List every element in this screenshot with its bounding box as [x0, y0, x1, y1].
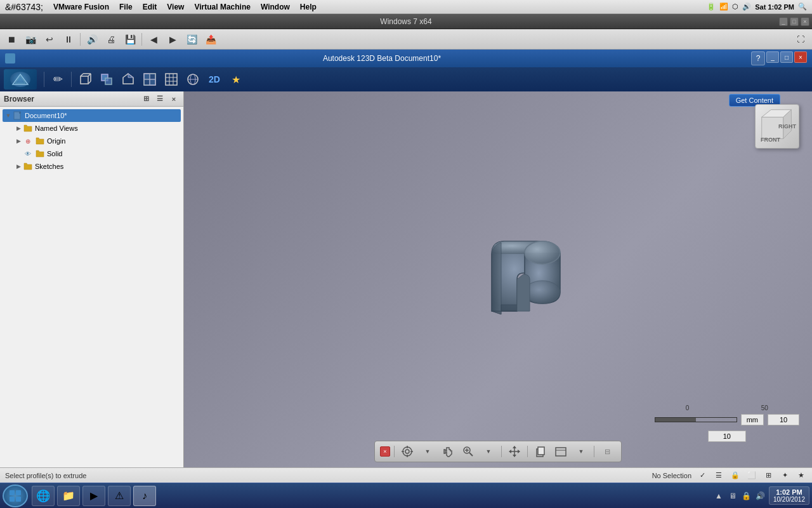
bt-sep-4 — [594, 446, 594, 457]
vm-back-btn[interactable]: ◀ — [145, 31, 162, 48]
tree-item-named-views[interactable]: ▶ Named Views — [13, 122, 181, 135]
3d-box-tool-btn[interactable] — [75, 69, 95, 90]
bt-sep-3 — [527, 446, 528, 457]
browser-close-btn[interactable]: × — [168, 93, 180, 105]
taskbar-ie-btn[interactable]: 🌐 — [32, 486, 55, 506]
vmware-window-controls: _ □ × — [779, 17, 809, 26]
bottom-toolbar-close-btn[interactable]: × — [380, 446, 390, 457]
origin-icon: ⊕ — [25, 138, 30, 145]
dropdown-window-btn[interactable]: ▼ — [572, 444, 590, 459]
svg-rect-50 — [538, 447, 544, 455]
apple-menu[interactable]: &#63743; — [5, 2, 43, 12]
cube-face[interactable]: FRONT RIGHT — [755, 104, 799, 149]
vmware-minimize-btn[interactable]: _ — [779, 17, 788, 26]
grid-tool-btn[interactable] — [161, 69, 181, 90]
taskbar-alert-btn[interactable]: ⚠ — [108, 486, 131, 506]
volume-icon: 🔊 — [742, 3, 751, 11]
select-tool-btn[interactable] — [398, 444, 416, 459]
viewport[interactable]: Get Content FRONT RIGHT — [184, 91, 812, 467]
toolbar-handle-btn[interactable]: ⊟ — [598, 444, 616, 459]
vmware-close-btn[interactable]: × — [801, 17, 809, 26]
status-lines-icon: ☰ — [713, 470, 724, 481]
view-menu[interactable]: View — [162, 3, 189, 11]
vm-volume-btn[interactable]: 🔊 — [83, 31, 101, 48]
vmware-maximize-btn[interactable]: □ — [790, 17, 799, 26]
pan-tool-btn[interactable] — [439, 444, 457, 459]
app-name-menu[interactable]: VMware Fusion — [48, 3, 114, 11]
tree-item-origin[interactable]: ▶ ⊕ Origin — [13, 135, 181, 147]
rotate-tool-btn[interactable] — [96, 69, 117, 90]
zoom-tool-btn[interactable] — [459, 444, 477, 459]
tree-item-solid[interactable]: 👁 Solid — [13, 147, 181, 160]
extrude-tool-btn[interactable] — [118, 69, 138, 90]
sphere-icon — [186, 72, 200, 86]
help-button[interactable]: ? — [751, 51, 765, 65]
dropdown-zoom-btn[interactable]: ▼ — [480, 444, 497, 459]
vm-power-btn[interactable]: ⏹ — [3, 31, 20, 48]
grid-icon — [164, 72, 178, 86]
browser-grid-view-btn[interactable]: ⊞ — [140, 93, 152, 105]
vm-refresh-btn[interactable]: 🔄 — [183, 31, 200, 48]
browser-list-view-btn[interactable]: ☰ — [154, 93, 166, 105]
cube-nav[interactable]: FRONT RIGHT — [755, 104, 799, 149]
folder-icon-svg — [23, 124, 32, 132]
move-icon — [508, 445, 521, 458]
mac-clock[interactable]: Sat 1:02 PM — [755, 3, 794, 11]
edit-menu[interactable]: Edit — [138, 3, 162, 11]
start-button[interactable] — [3, 485, 28, 507]
bluetooth-icon: ⬡ — [732, 3, 738, 11]
file-menu[interactable]: File — [114, 3, 138, 11]
taskbar-app-btn[interactable]: ♪ — [133, 486, 156, 506]
scale-min: 0 — [686, 404, 690, 411]
browser-header-icons: ⊞ ☰ × — [140, 93, 180, 105]
tree-expand-origin[interactable]: ▶ — [14, 137, 23, 145]
scale-row-bar: mm 10 — [655, 414, 799, 425]
vm-revert-btn[interactable]: ↩ — [41, 31, 58, 48]
svg-rect-13 — [144, 74, 150, 79]
app-minimize-btn[interactable]: _ — [766, 51, 779, 63]
copy-tool-btn[interactable] — [532, 444, 549, 459]
vm-print-btn[interactable]: 🖨 — [102, 31, 120, 48]
app-logo-inner — [10, 72, 30, 87]
tray-volume-icon[interactable]: 🔊 — [755, 490, 766, 502]
toolbar-separator-1 — [80, 33, 81, 46]
taskbar-clock[interactable]: 1:02 PM 10/20/2012 — [769, 486, 809, 505]
move-tool-btn[interactable] — [506, 444, 523, 459]
window-menu[interactable]: Window — [256, 3, 295, 11]
virtual-machine-menu[interactable]: Virtual Machine — [189, 3, 255, 11]
pencil-tool-btn[interactable]: ✏ — [48, 69, 68, 90]
tree-item-sketches[interactable]: ▶ Sketches — [13, 160, 181, 173]
sphere-tool-btn[interactable] — [183, 69, 203, 90]
vm-fullscreen-btn[interactable]: ⛶ — [792, 31, 809, 48]
tree-expand-root[interactable]: ▼ — [4, 111, 13, 120]
tree-expand-sketches[interactable]: ▶ — [14, 162, 23, 171]
app-logo-svg — [11, 73, 29, 86]
vm-usb-btn[interactable]: 💾 — [121, 31, 139, 48]
folder-icon-sketches-svg — [23, 163, 32, 170]
vm-suspend-btn[interactable]: ⏸ — [60, 31, 77, 48]
dropdown-select-btn[interactable]: ▼ — [419, 444, 436, 459]
target-icon — [401, 445, 414, 458]
tree-icon-solid-eye: 👁 — [23, 149, 33, 159]
tree-icon-origin-folder — [35, 136, 45, 146]
taskbar-media-btn[interactable]: ▶ — [82, 486, 105, 506]
svg-marker-47 — [509, 450, 511, 453]
vm-forward-btn[interactable]: ▶ — [164, 31, 181, 48]
app-close-btn[interactable]: × — [794, 51, 807, 63]
vm-share-btn[interactable]: 📤 — [202, 31, 219, 48]
vm-snapshot-btn[interactable]: 📷 — [22, 31, 39, 48]
window-tool-btn[interactable] — [552, 444, 570, 459]
tree-expand-named-views[interactable]: ▶ — [14, 124, 23, 133]
search-icon[interactable]: 🔍 — [798, 3, 807, 11]
tree-item-root[interactable]: ▼ Document10* — [3, 109, 181, 122]
star-tool-btn[interactable]: ★ — [226, 69, 246, 90]
view-tool-btn[interactable] — [140, 69, 160, 90]
browser-header: Browser ⊞ ☰ × — [0, 91, 183, 107]
tree-label-named-views: Named Views — [35, 124, 78, 132]
pan-icon — [442, 445, 454, 458]
app-restore-btn[interactable]: □ — [780, 51, 793, 63]
tray-up-arrow-btn[interactable]: ▲ — [713, 490, 724, 502]
help-menu[interactable]: Help — [295, 3, 322, 11]
2d-tool-btn[interactable]: 2D — [204, 69, 225, 90]
taskbar-explorer-btn[interactable]: 📁 — [57, 486, 80, 506]
